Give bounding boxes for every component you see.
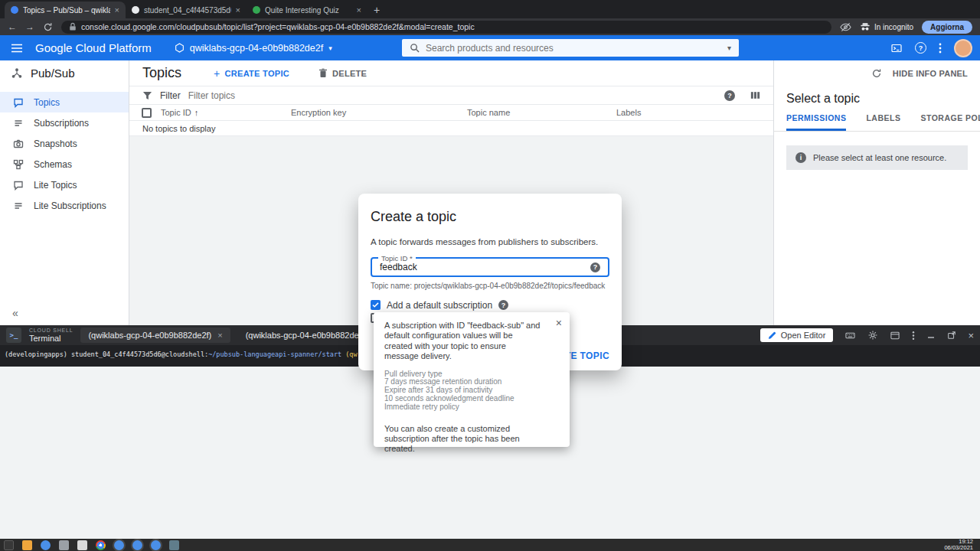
keyboard-icon[interactable] xyxy=(844,331,856,341)
select-resource-notice: i Please select at least one resource. xyxy=(786,145,968,170)
column-header-topic-name[interactable]: Topic name xyxy=(467,108,616,117)
close-icon[interactable]: × xyxy=(968,331,974,341)
tab-close-icon[interactable]: × xyxy=(357,5,361,15)
sidebar-header: Pub/Sub xyxy=(0,60,129,86)
taskbar-app-chromium-3[interactable] xyxy=(151,540,161,550)
open-in-new-icon[interactable] xyxy=(947,331,956,340)
filter-help-icon[interactable]: ? xyxy=(724,90,735,101)
sidebar-item-snapshots[interactable]: Snapshots xyxy=(0,133,129,154)
browser-tab-3[interactable]: Quite Interesting Quiz × xyxy=(247,2,368,18)
search-input[interactable] xyxy=(426,43,721,54)
tooltip-close-icon[interactable]: × xyxy=(556,317,562,329)
taskbar-app-chrome[interactable] xyxy=(96,540,106,550)
avatar[interactable] xyxy=(954,39,972,57)
column-header-encryption-key[interactable]: Encryption key xyxy=(291,108,467,117)
tab-storage-policy[interactable]: STORAGE POLICY xyxy=(920,113,980,131)
lock-icon xyxy=(69,22,77,31)
cloud-shell-icon[interactable] xyxy=(890,43,903,54)
shell-actions: Open Editor × xyxy=(760,328,974,342)
sidebar-item-lite-subscriptions[interactable]: Lite Subscriptions xyxy=(0,195,129,216)
create-topic-button[interactable]: + CREATE TOPIC xyxy=(214,67,289,80)
lite-subscriptions-icon xyxy=(13,201,24,211)
browser-tab-2[interactable]: student_04_c4f44573d5d6 — Th × xyxy=(126,2,247,18)
search-dropdown-caret[interactable]: ▾ xyxy=(727,44,731,52)
collapse-sidebar-icon[interactable]: « xyxy=(12,307,18,319)
eye-off-icon[interactable] xyxy=(840,21,851,33)
sort-asc-icon: ↑ xyxy=(194,108,199,117)
tab-close-icon[interactable]: × xyxy=(236,5,240,15)
taskbar-app-chromium-2[interactable] xyxy=(132,540,142,550)
select-all-checkbox[interactable] xyxy=(142,108,152,118)
menu-icon[interactable] xyxy=(11,42,23,54)
topic-id-help-icon[interactable]: ? xyxy=(590,262,600,272)
table-header: Topic ID ↑ Encryption key Topic name Lab… xyxy=(129,105,773,121)
refresh-icon[interactable] xyxy=(871,68,882,79)
url-text: console.cloud.google.com/cloudpubsub/top… xyxy=(81,22,475,31)
topic-icon xyxy=(13,97,24,108)
info-panel-tabs: PERMISSIONS LABELS STORAGE POLICY A xyxy=(774,113,980,132)
check-icon xyxy=(372,302,379,308)
reload-button[interactable] xyxy=(43,22,53,32)
taskbar-app-files[interactable] xyxy=(22,540,32,550)
sidebar-item-label: Subscriptions xyxy=(34,118,89,129)
new-tab-button[interactable]: + xyxy=(374,4,380,16)
info-icon: i xyxy=(795,152,806,163)
taskbar-app-other[interactable] xyxy=(169,540,179,550)
filter-icon xyxy=(142,91,152,100)
browser-update-button[interactable]: Aggiorna xyxy=(922,21,972,34)
tooltip-details: Pull delivery type 7 days message retent… xyxy=(384,370,559,412)
default-subscription-help-icon[interactable]: ? xyxy=(498,300,508,310)
help-icon[interactable]: ? xyxy=(915,42,926,54)
tooltip-outro: You can also create a customized subscri… xyxy=(384,424,548,455)
topic-id-field[interactable]: Topic ID * ? xyxy=(371,257,609,277)
forward-button[interactable]: → xyxy=(25,22,34,31)
column-header-labels[interactable]: Labels xyxy=(616,108,773,117)
gcp-logo-text[interactable]: Google Cloud Platform xyxy=(35,41,152,54)
sidebar-item-topics[interactable]: Topics xyxy=(0,92,129,112)
open-editor-button[interactable]: Open Editor xyxy=(760,328,834,342)
shell-tab-1[interactable]: (qwiklabs-gcp-04-e0b9b882de2f) × xyxy=(80,328,230,343)
column-header-topic-id[interactable]: Topic ID ↑ xyxy=(161,108,291,117)
sidebar-item-schemas[interactable]: Schemas xyxy=(0,154,129,174)
filter-actions: ? xyxy=(724,90,760,101)
shell-tab-close-icon[interactable]: × xyxy=(217,331,222,340)
gcp-header: Google Cloud Platform qwiklabs-gcp-04-e0… xyxy=(0,35,980,60)
gear-icon[interactable] xyxy=(867,330,878,341)
lite-topic-icon xyxy=(13,180,24,191)
minimize-icon[interactable] xyxy=(926,331,936,340)
taskbar-app-terminal[interactable] xyxy=(4,540,14,550)
gcp-search-bar[interactable]: ▾ xyxy=(402,39,739,57)
search-icon xyxy=(410,43,420,53)
project-selector[interactable]: qwiklabs-gcp-04-e0b9b882de2f ▾ xyxy=(175,43,332,54)
taskbar-app-browser[interactable] xyxy=(41,540,51,550)
default-subscription-checkbox[interactable] xyxy=(371,300,381,310)
address-bar[interactable]: console.cloud.google.com/cloudpubsub/top… xyxy=(61,21,831,34)
more-vert-icon[interactable] xyxy=(939,43,942,54)
topic-id-input[interactable] xyxy=(380,262,590,272)
tab-layout-icon[interactable] xyxy=(890,331,900,341)
taskbar-app-chromium-1[interactable] xyxy=(114,540,124,550)
browser-tab-1[interactable]: Topics – Pub/Sub – qwiklabs- × xyxy=(5,2,126,18)
delete-button[interactable]: DELETE xyxy=(318,68,367,78)
topic-id-label: Topic ID * xyxy=(378,254,416,262)
shell-tab-2[interactable]: (qwiklabs-gcp-04-e0b9b882de2f) xyxy=(238,328,377,343)
taskbar-app-editor[interactable] xyxy=(59,540,69,550)
cloud-shell-icon: >_ xyxy=(6,328,21,343)
tab-permissions[interactable]: PERMISSIONS xyxy=(786,113,846,131)
terminal-path: ~/pubsub-languageapi-spanner/start xyxy=(208,350,341,358)
back-button[interactable]: ← xyxy=(8,22,17,31)
tab-labels[interactable]: LABELS xyxy=(866,113,900,131)
sidebar-item-subscriptions[interactable]: Subscriptions xyxy=(0,112,129,133)
empty-table-message: No topics to display xyxy=(129,121,773,136)
more-vert-icon[interactable] xyxy=(912,331,915,341)
sidebar-title: Pub/Sub xyxy=(31,67,75,80)
dialog-description: A topic forwards messages from publisher… xyxy=(371,237,609,246)
column-settings-icon[interactable] xyxy=(750,90,760,100)
tab-close-icon[interactable]: × xyxy=(115,5,119,15)
os-taskbar: 19:12 06/03/2021 xyxy=(0,539,980,551)
taskbar-app-utility[interactable] xyxy=(77,540,87,550)
filter-input[interactable] xyxy=(188,90,717,101)
hide-info-panel-button[interactable]: HIDE INFO PANEL xyxy=(893,69,968,78)
sidebar-item-lite-topics[interactable]: Lite Topics xyxy=(0,174,129,195)
trash-icon xyxy=(318,68,328,78)
